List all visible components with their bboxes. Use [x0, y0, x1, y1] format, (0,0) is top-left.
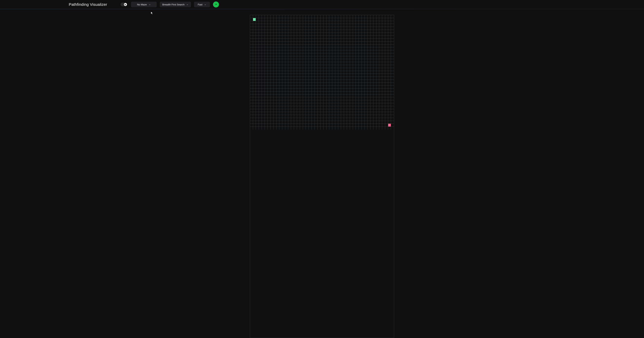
grid-cell[interactable]	[288, 88, 291, 92]
grid-cell[interactable]	[288, 124, 291, 127]
grid-cell[interactable]	[253, 38, 256, 42]
grid-cell[interactable]	[362, 86, 365, 88]
grid-cell[interactable]	[338, 74, 341, 77]
grid-cell[interactable]	[297, 56, 300, 59]
grid-cell[interactable]	[338, 38, 341, 42]
grid-cell[interactable]	[250, 127, 253, 130]
grid-cell[interactable]	[300, 33, 303, 36]
grid-cell[interactable]	[285, 121, 288, 124]
grid-cell[interactable]	[274, 106, 276, 109]
grid-cell[interactable]	[279, 71, 282, 74]
grid-cell[interactable]	[329, 86, 332, 88]
grid-cell[interactable]	[365, 44, 368, 48]
grid-cell[interactable]	[259, 124, 262, 127]
grid-cell[interactable]	[350, 88, 353, 92]
grid-cell[interactable]	[250, 106, 253, 109]
grid-cell[interactable]	[391, 27, 394, 30]
grid-cell[interactable]	[376, 118, 380, 121]
grid-cell[interactable]	[382, 109, 385, 112]
grid-cell[interactable]	[388, 33, 391, 36]
grid-cell[interactable]	[374, 121, 376, 124]
grid-cell[interactable]	[379, 50, 382, 53]
grid-cell[interactable]	[253, 71, 256, 74]
grid-cell[interactable]	[282, 27, 285, 30]
grid-cell[interactable]	[350, 68, 353, 71]
grid-cell[interactable]	[294, 100, 297, 103]
grid-cell[interactable]	[279, 47, 282, 50]
grid-cell[interactable]	[359, 47, 362, 50]
grid-cell[interactable]	[324, 27, 326, 30]
grid-cell[interactable]	[353, 21, 356, 24]
grid-cell[interactable]	[259, 27, 262, 30]
grid-cell[interactable]	[391, 86, 394, 88]
grid-cell[interactable]	[347, 97, 350, 100]
grid-cell[interactable]	[253, 83, 256, 86]
grid-cell[interactable]	[324, 86, 326, 88]
grid-cell[interactable]	[274, 30, 276, 33]
grid-cell[interactable]	[294, 18, 297, 21]
grid-cell[interactable]	[294, 27, 297, 30]
grid-cell[interactable]	[347, 44, 350, 48]
grid-cell[interactable]	[303, 65, 306, 68]
grid-cell[interactable]	[329, 21, 332, 24]
grid-cell[interactable]	[353, 44, 356, 48]
grid-cell[interactable]	[338, 15, 341, 18]
grid-cell[interactable]	[356, 103, 359, 106]
grid-cell[interactable]	[324, 121, 326, 124]
grid-cell[interactable]	[306, 106, 309, 109]
grid-cell[interactable]	[362, 94, 365, 98]
grid-cell[interactable]	[335, 18, 338, 21]
grid-cell[interactable]	[274, 112, 276, 115]
grid-cell[interactable]	[353, 27, 356, 30]
grid-cell[interactable]	[329, 112, 332, 115]
grid-cell[interactable]	[338, 103, 341, 106]
grid-cell[interactable]	[382, 118, 385, 121]
grid-cell[interactable]	[294, 21, 297, 24]
grid-cell[interactable]	[309, 121, 312, 124]
grid-cell[interactable]	[253, 65, 256, 68]
grid-cell[interactable]	[344, 59, 347, 62]
grid-cell[interactable]	[370, 27, 374, 30]
grid-cell[interactable]	[279, 33, 282, 36]
grid-cell[interactable]	[297, 109, 300, 112]
grid-cell[interactable]	[303, 62, 306, 65]
grid-cell[interactable]	[276, 118, 280, 121]
grid-cell[interactable]	[374, 83, 376, 86]
grid-cell[interactable]	[324, 80, 326, 83]
grid-cell[interactable]	[318, 121, 320, 124]
grid-cell[interactable]	[385, 77, 388, 80]
grid-cell[interactable]	[382, 33, 385, 36]
grid-cell[interactable]	[338, 92, 341, 94]
grid-cell[interactable]	[350, 27, 353, 30]
grid-cell[interactable]	[365, 33, 368, 36]
grid-cell[interactable]	[282, 115, 285, 118]
grid-cell[interactable]	[250, 97, 253, 100]
grid-cell[interactable]	[350, 24, 353, 27]
grid-cell[interactable]	[326, 74, 330, 77]
grid-cell[interactable]	[370, 94, 374, 98]
grid-cell[interactable]	[385, 36, 388, 38]
grid-cell[interactable]	[285, 21, 288, 24]
grid-cell[interactable]	[368, 97, 370, 100]
grid-cell[interactable]	[285, 59, 288, 62]
grid-cell[interactable]	[368, 124, 370, 127]
grid-cell[interactable]	[356, 59, 359, 62]
grid-cell[interactable]	[250, 18, 253, 21]
grid-cell[interactable]	[376, 27, 380, 30]
grid-cell[interactable]	[309, 118, 312, 121]
grid-cell[interactable]	[332, 127, 335, 130]
grid-cell[interactable]	[365, 21, 368, 24]
grid-cell[interactable]	[332, 94, 335, 98]
grid-cell[interactable]	[320, 33, 324, 36]
grid-cell[interactable]	[306, 88, 309, 92]
grid-cell[interactable]	[291, 59, 294, 62]
grid-cell[interactable]	[335, 56, 338, 59]
grid-cell[interactable]	[382, 86, 385, 88]
grid-cell[interactable]	[259, 118, 262, 121]
grid-cell[interactable]	[365, 97, 368, 100]
grid-cell[interactable]	[382, 83, 385, 86]
grid-cell[interactable]	[285, 56, 288, 59]
grid-cell[interactable]	[274, 24, 276, 27]
grid-cell[interactable]	[391, 83, 394, 86]
grid-cell[interactable]	[365, 121, 368, 124]
